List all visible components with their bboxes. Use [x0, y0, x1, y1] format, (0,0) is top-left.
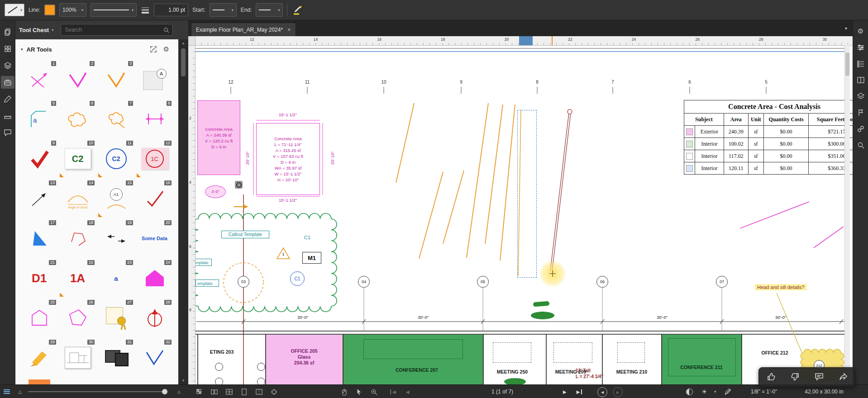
tool-32[interactable]: 32 [135, 338, 174, 378]
split-view-icon[interactable] [255, 388, 263, 396]
first-page-button[interactable]: ◀ [390, 389, 396, 394]
search-box[interactable] [61, 24, 173, 36]
tool-21[interactable]: D121 [20, 258, 58, 298]
view-forward-button[interactable]: ▶ [613, 387, 623, 397]
concrete-area-1[interactable]: Concrete AreaA = 240.39 sfV = 120.2 cu f… [197, 100, 240, 175]
end-cap-select[interactable]: ▾ [256, 3, 283, 17]
concrete-area-2[interactable]: Concrete AreaL = 71'-11 1/4"A = 315.25 s… [256, 123, 320, 195]
tool-13[interactable]: 13 [20, 179, 58, 218]
document-tab[interactable]: Example Floor Plan_AR_May 2024* × [191, 23, 296, 36]
grid-view-icon[interactable] [225, 388, 233, 396]
tool-15[interactable]: A115 [97, 179, 135, 218]
tool-8[interactable]: 8 [135, 99, 174, 139]
line-style-select[interactable]: ▾ [91, 3, 137, 17]
markups-list-icon[interactable] [854, 57, 868, 70]
panel-menu-icon[interactable] [4, 385, 10, 398]
tool-5[interactable]: a5 [20, 99, 58, 139]
flag-icon[interactable] [854, 106, 868, 119]
link-icon[interactable] [854, 123, 868, 135]
tool-19[interactable]: 19 [97, 218, 135, 258]
split-view-icon[interactable] [854, 74, 868, 86]
tool-25[interactable]: 25 [20, 298, 58, 338]
drawing-canvas[interactable]: 15'-1 1/2" 15'-1 1/2" 20'-10" 20'-10" 4'… [188, 36, 853, 384]
tool-10[interactable]: C210 [58, 139, 97, 179]
tool-20[interactable]: Some Data20 [135, 218, 174, 258]
tool-27[interactable]: 27 [97, 298, 135, 338]
tool-28[interactable]: 28 [135, 298, 174, 338]
properties-sliders-icon[interactable] [854, 41, 868, 54]
embedded-annotation-icon[interactable] [235, 181, 243, 189]
tool-14[interactable]: length of chord14 [58, 179, 97, 218]
text-callout[interactable]: Head and sill details? [755, 284, 807, 290]
tool-22[interactable]: 1A22 [58, 258, 97, 298]
share-button[interactable] [837, 371, 849, 384]
page-indicator[interactable]: 1 (1 of 7) [448, 385, 557, 398]
file-access-icon[interactable] [1, 26, 14, 38]
tool-chest-icon[interactable] [1, 76, 14, 89]
canvas-vertical-scrollbar[interactable] [844, 45, 850, 384]
line-width-input[interactable] [154, 4, 188, 16]
line-color-swatch[interactable] [44, 5, 55, 15]
prev-page-button[interactable]: ◀ [406, 389, 410, 394]
display-options-chevron-icon[interactable]: ▾ [714, 385, 716, 398]
single-page-view-icon[interactable] [240, 388, 248, 396]
comment-button[interactable] [813, 371, 825, 384]
tool-3[interactable]: 3 [97, 59, 135, 99]
search-icon[interactable] [854, 139, 868, 152]
tool-24[interactable]: 24 [135, 258, 174, 298]
thumbnails-icon[interactable] [1, 43, 14, 55]
tool-7[interactable]: 7 [97, 99, 135, 139]
thumbs-up-button[interactable] [765, 371, 777, 384]
tool-1[interactable]: 1 [20, 59, 58, 99]
pen-mode-icon[interactable] [724, 385, 731, 398]
callout-template-box[interactable]: Callout Template [221, 231, 269, 238]
registration-icon[interactable] [270, 388, 278, 396]
tool-6[interactable]: 6 [58, 99, 97, 139]
view-back-button[interactable]: ◀ [597, 387, 607, 397]
tool-30[interactable]: 30 [58, 338, 97, 378]
slider-step-icon[interactable]: △ [177, 385, 181, 398]
cost-analysis-table[interactable]: Concrete Area - Cost AnalysisSubjectArea… [684, 100, 853, 175]
opacity-select[interactable]: 100% ▾ [59, 3, 86, 17]
scroll-down-icon[interactable]: ▼ [178, 379, 188, 383]
scroll-up-icon[interactable]: ▲ [178, 41, 188, 45]
tool-31[interactable]: 31 [97, 338, 135, 378]
tool-section-header[interactable]: ▾ AR Tools ⚙ [15, 39, 178, 59]
tool-rect-orange-fill[interactable] [20, 378, 58, 384]
tool-panel-scrollbar[interactable]: ▲ ▼ [178, 39, 188, 384]
highlighter-button[interactable] [291, 3, 304, 18]
search-input[interactable] [61, 24, 173, 36]
tab-close-icon[interactable]: × [287, 26, 291, 33]
tab-list-chevron-icon[interactable]: ▾ [845, 26, 847, 31]
tool-23[interactable]: a23 [97, 258, 135, 298]
zoom-tool-icon[interactable] [370, 388, 378, 396]
expand-up-icon[interactable]: △ [18, 385, 22, 398]
tool-16[interactable]: 16 [135, 179, 174, 218]
tool-29[interactable]: 29 [20, 338, 58, 378]
tool-17[interactable]: 17 [20, 218, 58, 258]
measure-icon[interactable] [1, 109, 14, 122]
tool-9[interactable]: 9 [20, 139, 58, 179]
tool-note-a[interactable]: A [135, 59, 174, 99]
fit-resize-icon[interactable] [150, 46, 157, 53]
line-tool-button[interactable]: ▾ [5, 4, 24, 16]
scrollbar-thumb[interactable] [181, 48, 186, 76]
last-page-button[interactable]: ▶ [577, 389, 582, 394]
tool-26[interactable]: 26 [58, 298, 97, 338]
tool-18[interactable]: 18 [58, 218, 97, 258]
two-page-view-icon[interactable] [210, 388, 218, 396]
transparency-view-icon[interactable] [196, 388, 203, 396]
chat-icon[interactable] [1, 126, 14, 139]
section-gear-icon[interactable]: ⚙ [163, 45, 169, 53]
slider-thumb[interactable] [162, 389, 167, 394]
tool-chest-title[interactable]: Tool Chest [19, 27, 49, 33]
tool-chest-chevron-icon[interactable]: ▾ [52, 28, 53, 32]
tool-11[interactable]: C211 [97, 139, 135, 179]
contrast-icon[interactable] [686, 385, 693, 398]
layers-icon[interactable] [1, 59, 14, 72]
next-page-button[interactable]: ▶ [563, 389, 567, 394]
gear-icon[interactable]: ⚙ [854, 25, 868, 38]
section-chevron-icon[interactable]: ▾ [21, 47, 23, 52]
start-cap-select[interactable]: ▾ [210, 3, 237, 17]
zoom-slider[interactable] [28, 391, 164, 392]
